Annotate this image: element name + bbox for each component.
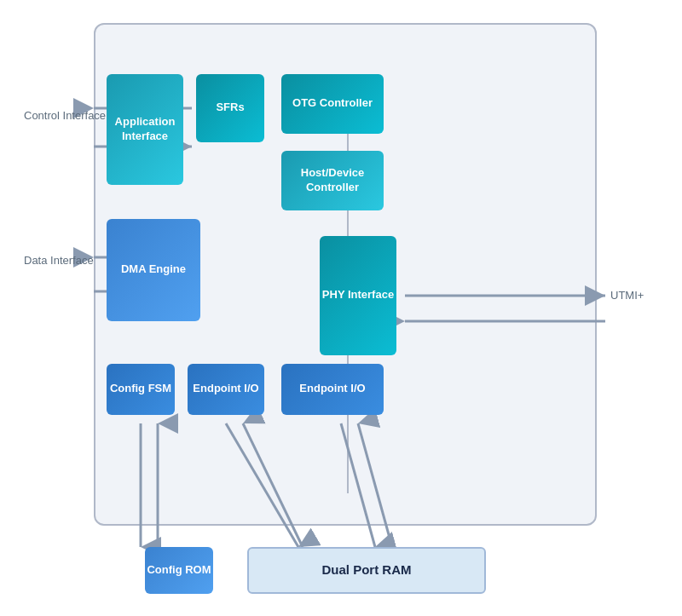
otg-controller-block: OTG Controller: [281, 74, 384, 134]
endpoint-io-right-block: Endpoint I/O: [281, 364, 384, 415]
config-rom-block: Config ROM: [145, 547, 213, 594]
sfrs-block: SFRs: [196, 74, 264, 142]
phy-interface-block: PHY Interface: [320, 236, 396, 355]
dma-engine-block: DMA Engine: [107, 219, 200, 321]
diagram-container: USB 2.0 On-The-Go Controller IP: [9, 6, 673, 611]
config-fsm-block: Config FSM: [107, 364, 175, 415]
utmi-plus-label: UTMI+: [610, 289, 644, 302]
host-device-controller-block: Host/Device Controller: [281, 151, 384, 210]
dual-port-ram-block: Dual Port RAM: [247, 547, 486, 594]
data-interface-label: Data Interface: [24, 253, 94, 268]
application-interface-block: Application Interface: [107, 74, 183, 185]
control-interface-label: Control Interface: [24, 108, 106, 124]
endpoint-io-left-block: Endpoint I/O: [188, 364, 264, 415]
